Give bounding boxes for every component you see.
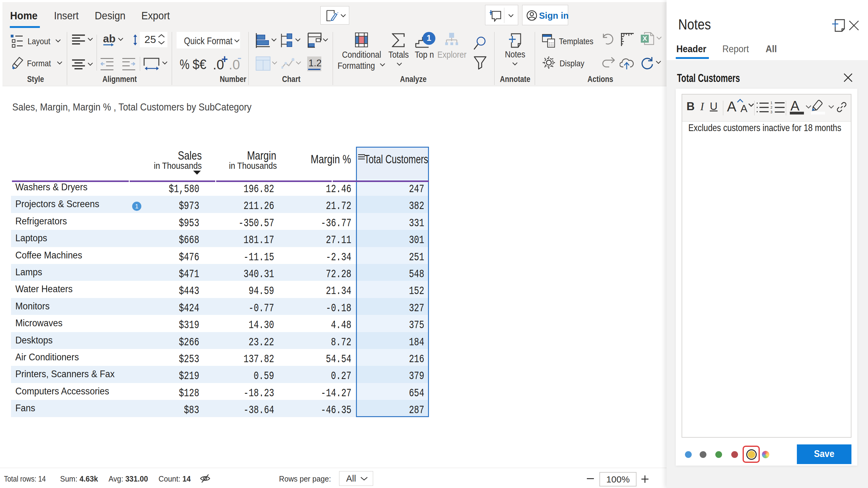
svg-text:3: 3 — [771, 110, 772, 114]
svg-text:X: X — [643, 35, 647, 42]
svg-text:1: 1 — [771, 101, 772, 105]
svg-text:2: 2 — [771, 106, 772, 109]
